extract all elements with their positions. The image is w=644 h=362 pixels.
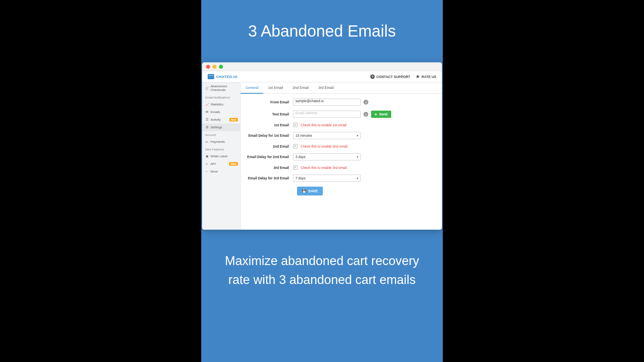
cart-icon: 🛒 [205, 86, 208, 90]
sidebar-item-emails[interactable]: ✉ Emails [202, 108, 240, 116]
globe-icon: ◉ [205, 154, 208, 158]
promo-subtitle: Maximize abandoned cart recovery rate wi… [201, 252, 443, 289]
close-icon[interactable] [206, 65, 210, 69]
brand-name: CHATED.IO [216, 75, 237, 79]
sidebar-item-label: API [211, 162, 216, 166]
info-icon[interactable]: i [363, 112, 368, 117]
delay2-value: 3 days [295, 155, 305, 159]
delay2-label: Email Delay for 2nd Email [246, 155, 293, 159]
sidebar-item-statistics[interactable]: 📈 Statistics [202, 101, 240, 108]
top-bar: CHATED.IO ? CONTACT SUPPORT ★ RATE US [202, 71, 442, 82]
card-icon: ▭ [205, 140, 208, 144]
sidebar-item-label: Statistics [211, 103, 223, 106]
delay2-select[interactable]: 3 days ▾ [293, 153, 361, 160]
tab-3rd-email[interactable]: 3rd Email [314, 82, 339, 93]
zoom-icon[interactable] [219, 65, 223, 69]
test-email-input[interactable]: Email Address [293, 111, 361, 118]
minimize-icon[interactable] [213, 65, 217, 69]
new-badge: New [229, 118, 238, 121]
sidebar-item-white-label[interactable]: ◉ White Label [202, 152, 240, 160]
chat-bubble-icon [208, 74, 214, 79]
sidebar-item-abandoned-checkouts[interactable]: 🛒 Abandoned Checkouts [202, 82, 240, 94]
paper-plane-icon: ✈ [374, 112, 378, 116]
delay3-label: Email Delay for 3rd Email [246, 176, 293, 180]
delay1-label: Email Delay for 1st Email [246, 134, 293, 138]
sidebar-item-api[interactable]: ‹› API Beta [202, 160, 240, 168]
sidebar-item-settings[interactable]: ⚙ Settings [202, 123, 240, 131]
save-label: SAVE [308, 189, 318, 193]
sidebar-item-label: Settings [211, 125, 222, 129]
sidebar-item-label: White Label [211, 154, 227, 158]
contact-support-link[interactable]: ? CONTACT SUPPORT [370, 74, 410, 79]
first-email-label: 1st Email [246, 123, 293, 127]
sidebar-item-label: More [211, 170, 218, 173]
send-label: Send [379, 112, 388, 116]
settings-form: From Email sample@chated.io i Test Email… [241, 94, 442, 200]
sidebar-heading-account: Account [202, 131, 240, 138]
delay1-value: 15 minutes [295, 134, 312, 138]
first-email-helper: Check this to enable 1st email. [301, 123, 347, 127]
third-email-label: 3rd Email [246, 166, 293, 170]
save-button[interactable]: 💾 SAVE [297, 187, 323, 195]
contact-support-label: CONTACT SUPPORT [376, 75, 410, 79]
send-test-button[interactable]: ✈ Send [371, 111, 391, 118]
main-panel: General 1st Email 2nd Email 3rd Email Fr… [241, 82, 442, 230]
sidebar-item-label: Payments [211, 140, 225, 144]
rate-us-label: RATE US [421, 75, 436, 79]
test-email-label: Test Email [246, 112, 293, 116]
brand-logo[interactable]: CHATED.IO [208, 74, 237, 79]
sidebar-item-more[interactable]: ⋯ More [202, 168, 240, 175]
delay3-value: 7 days [295, 176, 305, 180]
sliders-icon: ☰ [205, 118, 208, 121]
from-email-label: From Email [246, 100, 293, 104]
sidebar-item-label: Emails [211, 110, 220, 114]
tabs: General 1st Email 2nd Email 3rd Email [241, 82, 442, 94]
third-email-checkbox[interactable]: ✓ [293, 165, 297, 170]
third-email-helper: Check this to enable 3rd email. [301, 166, 348, 170]
chart-icon: 📈 [205, 103, 208, 106]
code-icon: ‹› [205, 162, 208, 166]
envelope-icon: ✉ [205, 110, 208, 114]
save-icon: 💾 [302, 189, 306, 193]
sidebar-heading-email: Email Notifications [202, 94, 240, 101]
delay1-select[interactable]: 15 minutes ▾ [293, 132, 361, 139]
ellipsis-icon: ⋯ [205, 170, 208, 173]
second-email-label: 2nd Email [246, 144, 293, 148]
rate-us-link[interactable]: ★ RATE US [416, 74, 436, 79]
delay3-select[interactable]: 7 days ▾ [293, 175, 361, 182]
tab-general[interactable]: General [241, 82, 263, 94]
sidebar-item-payments[interactable]: ▭ Payments [202, 138, 240, 146]
promo-title: 3 Abandoned Emails [240, 22, 404, 40]
chevron-down-icon: ▾ [357, 177, 358, 180]
beta-badge: Beta [229, 162, 238, 166]
chevron-down-icon: ▾ [357, 155, 358, 159]
tab-1st-email[interactable]: 1st Email [263, 82, 288, 93]
mac-titlebar [202, 62, 442, 71]
second-email-checkbox[interactable]: ✓ [293, 144, 297, 148]
sidebar: 🛒 Abandoned Checkouts Email Notification… [202, 82, 241, 230]
second-email-helper: Check this to enable 2nd email. [301, 144, 349, 148]
sidebar-item-label: Abandoned Checkouts [211, 84, 237, 92]
sidebar-item-activity[interactable]: ☰ Activity New [202, 116, 240, 123]
info-icon[interactable]: i [363, 100, 368, 105]
gear-icon: ⚙ [205, 125, 208, 129]
sidebar-item-label: Activity [211, 118, 221, 121]
first-email-checkbox[interactable]: ✓ [293, 123, 297, 127]
tab-2nd-email[interactable]: 2nd Email [288, 82, 314, 93]
app-window: CHATED.IO ? CONTACT SUPPORT ★ RATE US 🛒 … [202, 62, 442, 230]
chevron-down-icon: ▾ [357, 134, 358, 138]
sidebar-heading-new-features: New Features [202, 146, 240, 152]
from-email-input[interactable]: sample@chated.io [293, 99, 361, 106]
star-icon: ★ [416, 74, 420, 79]
help-icon: ? [370, 74, 375, 79]
